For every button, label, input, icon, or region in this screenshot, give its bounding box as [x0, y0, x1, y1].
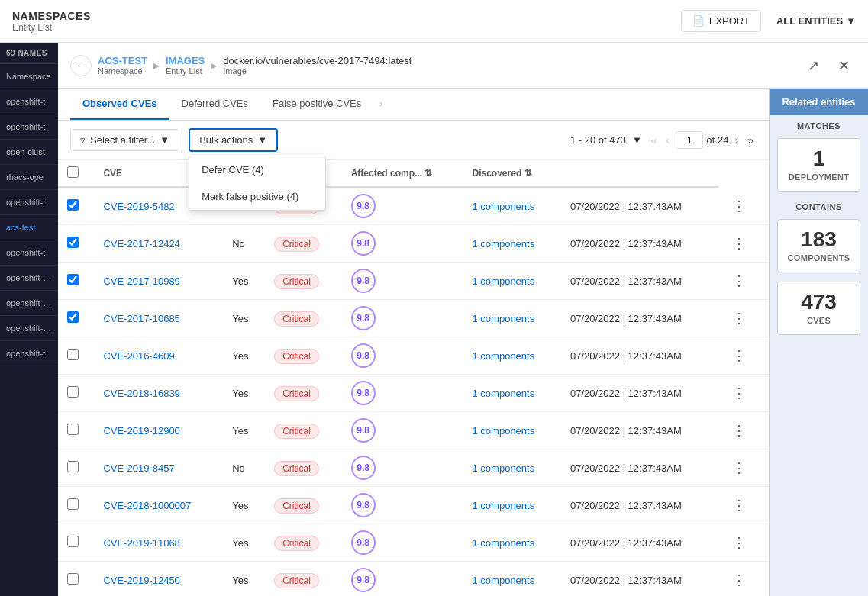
- row-checkbox-5[interactable]: [67, 386, 79, 398]
- sidebar-item-1[interactable]: openshift-t: [0, 89, 58, 114]
- cve-link-2[interactable]: CVE-2017-10989: [103, 275, 179, 287]
- app-subtitle: Entity List: [12, 22, 91, 33]
- sidebar-item-3[interactable]: open-clust: [0, 140, 58, 165]
- row-more-button-2[interactable]: ⋮: [728, 271, 750, 291]
- row-more-button-0[interactable]: ⋮: [728, 196, 750, 216]
- cve-link-5[interactable]: CVE-2018-16839: [103, 388, 179, 399]
- tabs-bar: Observed CVEs Deferred CVEs False positi…: [58, 89, 769, 121]
- sidebar-item-10[interactable]: openshift-t manager: [0, 316, 58, 341]
- filter-chevron-down-icon: ▼: [160, 134, 169, 146]
- cve-link-8[interactable]: CVE-2018-1000007: [103, 500, 191, 511]
- components-count: 183: [784, 229, 853, 250]
- cve-link-6[interactable]: CVE-2019-12900: [103, 425, 179, 437]
- row-more-button-10[interactable]: ⋮: [728, 570, 750, 590]
- row-more-button-4[interactable]: ⋮: [728, 346, 750, 366]
- external-link-button[interactable]: ↗: [801, 53, 825, 78]
- discovered-cell-8: 07/20/2022 | 12:37:43AM: [561, 487, 718, 524]
- cve-link-7[interactable]: CVE-2019-8457: [103, 462, 174, 474]
- col-discovered: Discovered ⇅: [463, 160, 561, 187]
- discovered-cell-3: 07/20/2022 | 12:37:43AM: [561, 300, 718, 337]
- cve-link-0[interactable]: CVE-2019-5482: [103, 201, 174, 212]
- cves-card[interactable]: 473 CVES: [777, 282, 860, 335]
- last-page-button[interactable]: »: [744, 133, 757, 148]
- row-checkbox-8[interactable]: [67, 498, 79, 510]
- row-more-button-7[interactable]: ⋮: [728, 458, 750, 478]
- pagination-chevron-down-icon[interactable]: ▼: [632, 134, 642, 146]
- all-entities-button[interactable]: ALL ENTITIES ▼: [776, 15, 856, 27]
- row-checkbox-6[interactable]: [67, 424, 79, 435]
- table-row: CVE-2018-16839 Yes Critical 9.8 1 compon…: [58, 375, 769, 412]
- sidebar-item-4[interactable]: rhacs-ope: [0, 165, 58, 190]
- row-more-button-8[interactable]: ⋮: [728, 495, 750, 515]
- app-title: NAMESPACES: [12, 10, 91, 22]
- sidebar-item-11[interactable]: openshift-t: [0, 341, 58, 366]
- sidebar-item-8[interactable]: openshift-t operator: [0, 266, 58, 291]
- contains-label: CONTAINS: [770, 196, 868, 214]
- first-page-button[interactable]: «: [648, 133, 660, 148]
- table-row: CVE-2016-4609 Yes Critical 9.8 1 compone…: [58, 337, 769, 375]
- back-button[interactable]: ←: [70, 55, 92, 76]
- defer-cve-option[interactable]: Defer CVE (4): [189, 156, 325, 183]
- sidebar-item-9[interactable]: openshift-t tuning-ope: [0, 291, 58, 316]
- cve-link-10[interactable]: CVE-2019-12450: [103, 575, 179, 586]
- select-all-checkbox[interactable]: [67, 166, 79, 178]
- row-more-button-1[interactable]: ⋮: [728, 234, 750, 253]
- sidebar-item-0[interactable]: Namespace: [0, 64, 58, 89]
- row-checkbox-2[interactable]: [67, 274, 79, 285]
- severity-cell-7: Critical: [265, 449, 341, 487]
- breadcrumb: ← ACS-TEST Namespace ▸ IMAGES Entity Lis…: [58, 43, 868, 89]
- row-checkbox-7[interactable]: [67, 461, 79, 472]
- row-more-button-3[interactable]: ⋮: [728, 308, 750, 328]
- row-checkbox-3[interactable]: [67, 311, 79, 323]
- sidebar-item-5[interactable]: openshift-t: [0, 190, 58, 215]
- score-cell-9: 9.8: [342, 524, 463, 562]
- fix-cell-9: Yes: [223, 524, 265, 562]
- page-nav: « ‹ of 24 › »: [648, 131, 757, 149]
- next-page-button[interactable]: ›: [732, 133, 742, 148]
- breadcrumb-images[interactable]: IMAGES Entity List: [166, 55, 205, 76]
- cve-link-1[interactable]: CVE-2017-12424: [103, 238, 179, 250]
- row-checkbox-10[interactable]: [67, 573, 79, 585]
- deployment-card[interactable]: 1 DEPLOYMENT: [777, 138, 860, 192]
- sidebar-item-acs-test[interactable]: acs-test: [0, 215, 58, 240]
- tab-deferred-cves[interactable]: Deferred CVEs: [169, 89, 260, 120]
- components-card[interactable]: 183 COMPONENTS: [777, 219, 860, 272]
- row-checkbox-1[interactable]: [67, 237, 79, 248]
- cve-link-9[interactable]: CVE-2019-11068: [103, 537, 179, 549]
- components-cell-6: 1 components: [463, 412, 561, 449]
- close-button[interactable]: ✕: [831, 53, 856, 78]
- row-checkbox-4[interactable]: [67, 349, 79, 360]
- export-icon: 📄: [692, 15, 705, 27]
- sidebar-item-2[interactable]: openshift-t: [0, 114, 58, 140]
- fix-cell-4: Yes: [223, 337, 265, 375]
- row-more-button-5[interactable]: ⋮: [728, 383, 750, 403]
- sidebar-item-7[interactable]: openshift-t: [0, 240, 58, 266]
- components-cell-7: 1 components: [463, 449, 561, 487]
- severity-cell-10: Critical: [265, 562, 341, 597]
- page-number-input[interactable]: [676, 131, 703, 149]
- export-button[interactable]: 📄 EXPORT: [681, 10, 761, 32]
- filter-button[interactable]: ▿ Select a filter... ▼: [70, 129, 179, 151]
- tab-false-positive-cves[interactable]: False positive CVEs: [260, 89, 373, 120]
- tab-observed-cves[interactable]: Observed CVEs: [70, 89, 169, 120]
- score-cell-7: 9.8: [342, 449, 463, 487]
- tab-more[interactable]: ›: [373, 89, 389, 120]
- row-more-button-9[interactable]: ⋮: [728, 533, 750, 553]
- breadcrumb-acs-test[interactable]: ACS-TEST Namespace: [98, 55, 147, 76]
- components-cell-1: 1 components: [463, 225, 561, 263]
- score-cell-5: 9.8: [342, 375, 463, 412]
- row-more-button-6[interactable]: ⋮: [728, 420, 750, 440]
- row-checkbox-9[interactable]: [67, 536, 79, 547]
- mark-false-positive-option[interactable]: Mark false positive (4): [189, 183, 325, 210]
- discovered-cell-0: 07/20/2022 | 12:37:43AM: [561, 187, 718, 225]
- discovered-cell-4: 07/20/2022 | 12:37:43AM: [561, 337, 718, 375]
- cve-link-4[interactable]: CVE-2016-4609: [103, 350, 174, 362]
- components-label: COMPONENTS: [784, 253, 853, 263]
- deployment-label: DEPLOYMENT: [784, 172, 853, 182]
- prev-page-button[interactable]: ‹: [663, 133, 673, 148]
- bulk-actions-button[interactable]: Bulk actions ▼: [189, 128, 278, 152]
- row-checkbox-0[interactable]: [67, 199, 79, 211]
- cve-link-3[interactable]: CVE-2017-10685: [103, 313, 179, 324]
- table-row: CVE-2019-11068 Yes Critical 9.8 1 compon…: [58, 524, 769, 562]
- sidebar-header: 69 NAMES: [0, 43, 58, 64]
